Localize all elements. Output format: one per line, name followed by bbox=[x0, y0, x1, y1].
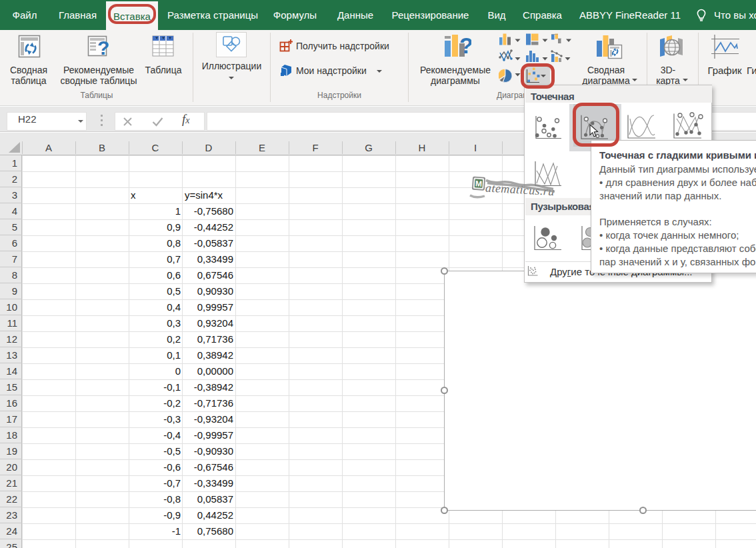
svg-text:M: M bbox=[475, 179, 482, 189]
svg-text:?: ? bbox=[459, 34, 471, 58]
svg-text:?: ? bbox=[97, 37, 109, 59]
